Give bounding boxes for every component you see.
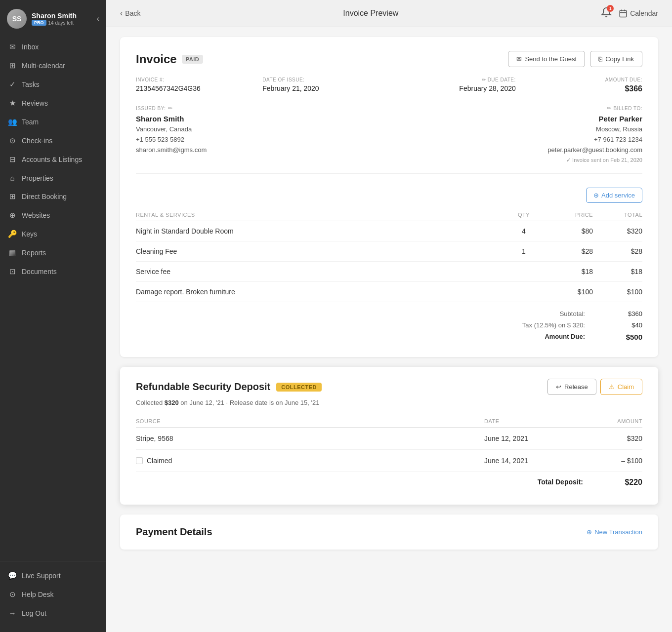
parties-section: ISSUED BY: ✏ Sharon Smith Vancouver, Can… [136,105,642,174]
calendar-icon [619,9,628,18]
deposit-card: Refundable Security Deposit COLLECTED ↩ … [120,367,658,505]
sidebar-item-accounts-listings[interactable]: ⊟ Accounts & Listings [0,150,106,169]
sidebar-item-check-ins[interactable]: ⊙ Check-ins [0,131,106,150]
main-area: ‹ Back Invoice Preview 1 Calendar [106,0,672,632]
client-email: peter.parker@guest.booking.com [389,145,643,156]
claimed-checkbox[interactable] [136,457,143,464]
release-button[interactable]: ↩ Release [547,379,596,395]
sidebar-item-documents[interactable]: ⊡ Documents [0,262,106,281]
plus-circle-icon: ⊕ [587,528,592,536]
deposit-total-value: $220 [583,478,642,487]
add-service-button[interactable]: ⊕ Add service [586,188,642,203]
sidebar-item-label: Help Desk [22,591,54,598]
item-qty [504,268,544,276]
tasks-icon: ✓ [8,80,17,89]
sidebar-item-multi-calendar[interactable]: ⊞ Multi-calendar [0,56,106,75]
issuer-location: Vancouver, Canada [136,124,389,135]
sidebar-item-log-out[interactable]: → Log Out [0,604,106,622]
reviews-icon: ★ [8,99,17,108]
email-icon: ✉ [516,55,522,63]
payment-section: Payment Details ⊕ New Transaction [120,514,658,550]
notifications-button[interactable]: 1 [601,7,612,20]
paid-badge: PAID [182,55,203,64]
check-ins-icon: ⊙ [8,136,17,145]
user-info: Sharon Smith PRO 14 days left [32,12,77,26]
amount-due-total-label: Amount Due: [484,333,593,341]
tax-value: $40 [593,321,642,329]
sidebar-header: SS Sharon Smith PRO 14 days left ‹ [0,0,106,35]
deposit-header: Refundable Security Deposit COLLECTED ↩ … [136,379,642,395]
sidebar-item-label: Websites [22,211,50,219]
sidebar-item-properties[interactable]: ⌂ Properties [0,169,106,187]
sidebar-item-direct-booking[interactable]: ⊞ Direct Booking [0,187,106,206]
col-price: PRICE [544,212,593,218]
copy-link-button[interactable]: ⎘ Copy Link [590,51,642,67]
claim-button[interactable]: ⚠ Claim [600,379,642,395]
pencil-icon: ✏ [482,77,486,82]
keys-icon: 🔑 [8,230,17,238]
item-qty: 4 [504,227,544,235]
due-date-label: ✏ DUE DATE: [389,77,516,82]
collected-badge: COLLECTED [276,383,322,392]
avatar: SS [7,9,27,29]
sidebar-item-live-support[interactable]: 💬 Live Support [0,566,106,585]
documents-icon: ⊡ [8,267,17,276]
sidebar-item-websites[interactable]: ⊕ Websites [0,206,106,225]
team-icon: 👥 [8,118,17,126]
deposit-col-amount: AMOUNT [583,418,642,424]
tax-row: Tax (12.5%) on $ 320: $40 [136,319,642,331]
sidebar-item-inbox[interactable]: ✉ Inbox [0,38,106,56]
sidebar-item-keys[interactable]: 🔑 Keys [0,225,106,243]
back-button[interactable]: ‹ Back [120,9,140,18]
line-item-2: Service fee $18 $18 [136,262,642,282]
item-price: $18 [544,268,593,276]
amount-due-field: AMOUNT DUE: $366 [516,77,642,93]
deposit-table-header: SOURCE DATE AMOUNT [136,415,642,428]
line-item-3: Damage report. Broken furniture $100 $10… [136,282,642,302]
item-price: $80 [544,227,593,235]
edit-client-icon[interactable]: ✏ [607,105,612,112]
pro-badge: PRO [32,20,46,26]
collapse-sidebar-button[interactable]: ‹ [97,14,99,23]
accounts-icon: ⊟ [8,155,17,164]
issuer-email: sharon.smith@igms.com [136,145,389,156]
sidebar-item-team[interactable]: 👥 Team [0,113,106,131]
deposit-amount-negative: – $100 [583,457,642,465]
totals-section: Subtotal: $360 Tax (12.5%) on $ 320: $40… [136,308,642,343]
claimed-label: Claimed [147,457,172,465]
user-name: Sharon Smith [32,12,77,20]
sidebar-item-label: Properties [22,174,53,182]
sidebar-item-reviews[interactable]: ★ Reviews [0,94,106,113]
deposit-subtitle: Collected $320 on June 12, '21 · Release… [136,399,642,406]
inbox-icon: ✉ [8,42,17,51]
deposit-actions: ↩ Release ⚠ Claim [547,379,642,395]
item-description: Damage report. Broken furniture [136,288,504,296]
user-profile[interactable]: SS Sharon Smith PRO 14 days left [7,9,77,29]
sidebar-item-help-desk[interactable]: ⊙ Help Desk [0,585,106,604]
item-description: Cleaning Fee [136,247,504,255]
deposit-amount: $320 [583,434,642,442]
back-label: Back [125,9,140,17]
invoice-meta: INVOICE #: 21354567342G4G36 DATE OF ISSU… [136,77,642,93]
sidebar-item-reports[interactable]: ▦ Reports [0,243,106,262]
send-to-guest-button[interactable]: ✉ Send to the Guest [508,51,585,67]
deposit-col-source: SOURCE [136,418,484,424]
issuer-name: Sharon Smith [136,115,389,123]
tax-label: Tax (12.5%) on $ 320: [484,321,593,329]
subtotal-label: Subtotal: [484,310,593,317]
calendar-button[interactable]: Calendar [619,9,658,18]
amount-due-value: $366 [516,84,642,93]
edit-issuer-icon[interactable]: ✏ [168,105,173,112]
sidebar-item-tasks[interactable]: ✓ Tasks [0,75,106,94]
sidebar-item-label: Reports [22,249,46,257]
new-transaction-button[interactable]: ⊕ New Transaction [587,528,642,536]
deposit-row-1: Claimed June 14, 2021 – $100 [136,450,642,472]
sidebar-item-label: Accounts & Listings [22,156,82,163]
topbar: ‹ Back Invoice Preview 1 Calendar [106,0,672,27]
topbar-actions: 1 Calendar [601,7,658,20]
payment-header: Payment Details ⊕ New Transaction [136,526,642,538]
due-date-value: February 28, 2020 [389,84,516,92]
issuer-phone: +1 555 523 5892 [136,135,389,145]
issued-by-label: ISSUED BY: ✏ [136,105,389,112]
invoice-number-field: INVOICE #: 21354567342G4G36 [136,77,262,93]
